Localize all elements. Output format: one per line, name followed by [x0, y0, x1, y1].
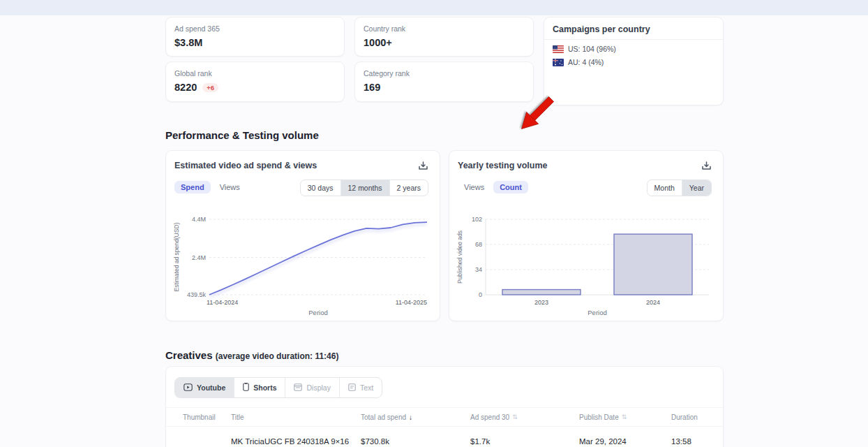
- svg-text:Period: Period: [588, 309, 606, 316]
- display-icon: [294, 383, 302, 393]
- stat-value: 8220 +6: [166, 78, 344, 93]
- svg-text:4.4M: 4.4M: [192, 216, 206, 223]
- svg-text:Estimated ad spend(USD): Estimated ad spend(USD): [173, 222, 180, 291]
- sort-icon: ⇅: [512, 413, 517, 420]
- ad-spend-line-chart: 4.4M2.4M439.5k11-04-202411-04-2025Period…: [170, 211, 437, 323]
- creative-spend-30: $1.7k: [470, 437, 579, 446]
- col-label: Total ad spend: [361, 413, 406, 421]
- series-toggle-row: Spend Views 30 days 12 months 2 years: [166, 171, 440, 193]
- period-year[interactable]: Year: [682, 180, 711, 196]
- creative-publish-date: Mar 29, 2024: [579, 437, 671, 446]
- chart-title: Estimated video ad spend & views: [174, 161, 317, 170]
- stat-value: 169: [355, 78, 533, 93]
- range-30-days[interactable]: 30 days: [301, 180, 341, 196]
- spend-toggle[interactable]: Spend: [174, 181, 211, 193]
- stat-value-number: 8220: [174, 82, 197, 93]
- sort-desc-icon: ↓: [409, 413, 412, 421]
- us-flag-icon: [553, 45, 564, 53]
- col-thumbnail: Thumbnail: [183, 413, 231, 421]
- campaign-row-us: US: 104 (96%): [544, 40, 723, 53]
- count-toggle[interactable]: Count: [493, 181, 528, 193]
- col-duration: Duration: [671, 413, 723, 421]
- tab-label: Youtube: [197, 383, 225, 392]
- col-publish-date[interactable]: Publish Date ⇅: [579, 413, 671, 421]
- stat-label: Category rank: [355, 62, 533, 78]
- period-segmented-control: Month Year: [647, 179, 712, 196]
- views-toggle[interactable]: Views: [458, 181, 491, 193]
- testing-volume-bar-chart: 0346810220232024PeriodPublished video ad…: [454, 211, 720, 323]
- phone-icon: [243, 383, 249, 393]
- creatives-section-heading: Creatives (average video duration: 11:46…: [165, 349, 338, 361]
- chart-card-header: Yearly testing volume: [449, 151, 723, 171]
- youtube-icon: [184, 383, 193, 393]
- tab-label: Text: [360, 383, 373, 392]
- tab-shorts[interactable]: Shorts: [234, 378, 285, 397]
- tab-label: Display: [306, 383, 330, 392]
- creatives-heading-text: Creatives: [165, 349, 213, 361]
- stat-card-category-rank: Category rank 169: [354, 61, 534, 102]
- creatives-subheading: (average video duration: 11:46): [216, 351, 339, 361]
- tab-display[interactable]: Display: [285, 378, 338, 397]
- stat-card-ad-spend-365: Ad spend 365 $3.8M: [165, 17, 345, 57]
- col-total-ad-spend[interactable]: Total ad spend ↓: [361, 413, 470, 421]
- download-icon[interactable]: [701, 160, 713, 171]
- au-flag-icon: [553, 59, 564, 66]
- campaigns-per-country-card: Campaigns per country US: 104 (96%) AU: …: [544, 17, 724, 105]
- creative-duration: 13:58: [671, 437, 723, 446]
- chart-title: Yearly testing volume: [458, 161, 548, 170]
- sort-icon: ⇅: [622, 413, 627, 420]
- tab-text[interactable]: Text: [339, 378, 382, 397]
- svg-text:102: 102: [472, 216, 482, 223]
- series-toggle-row: Views Count Month Year: [449, 171, 723, 193]
- range-segmented-control: 30 days 12 months 2 years: [300, 179, 428, 196]
- campaign-row-label: US: 104 (96%): [568, 45, 616, 53]
- campaign-row-au: AU: 4 (4%): [544, 53, 723, 66]
- creative-title: MK TriciaUGC FB 240318A 9×16: [231, 437, 361, 446]
- text-icon: [348, 383, 356, 393]
- svg-text:2024: 2024: [646, 299, 660, 306]
- campaign-row-label: AU: 4 (4%): [568, 58, 604, 66]
- rank-change-badge: +6: [202, 83, 218, 92]
- testing-volume-chart-card: Yearly testing volume Views Count Month …: [449, 150, 724, 321]
- svg-text:Published video ads: Published video ads: [456, 230, 463, 284]
- svg-text:2023: 2023: [534, 299, 548, 306]
- campaigns-card-title: Campaigns per country: [544, 17, 723, 40]
- chart-card-header: Estimated video ad spend & views: [166, 151, 440, 171]
- creatives-table: Thumbnail Title Total ad spend ↓ Ad spen…: [166, 407, 723, 447]
- svg-text:2.4M: 2.4M: [192, 254, 206, 261]
- col-title: Title: [231, 413, 361, 421]
- spend-views-chart-card: Estimated video ad spend & views Spend V…: [165, 150, 440, 321]
- creative-total-spend: $730.8k: [361, 437, 470, 446]
- stat-value: 1000+: [355, 33, 533, 48]
- stat-card-global-rank: Global rank 8220 +6: [165, 61, 345, 102]
- creatives-card: Youtube Shorts Display Text Thumbnail Ti…: [165, 366, 724, 447]
- stat-label: Global rank: [166, 62, 344, 78]
- svg-text:439.5k: 439.5k: [187, 291, 207, 298]
- range-2-years[interactable]: 2 years: [389, 180, 428, 196]
- col-label: Ad spend 30: [470, 413, 509, 421]
- stat-value: $3.8M: [166, 33, 344, 48]
- col-label: Publish Date: [579, 413, 619, 421]
- stat-label: Country rank: [355, 17, 533, 33]
- stat-card-country-rank: Country rank 1000+: [354, 17, 534, 57]
- col-ad-spend-30[interactable]: Ad spend 30 ⇅: [470, 413, 579, 421]
- svg-text:0: 0: [479, 291, 482, 298]
- download-icon[interactable]: [417, 160, 430, 171]
- tab-label: Shorts: [253, 383, 276, 392]
- svg-text:11-04-2025: 11-04-2025: [396, 299, 427, 306]
- performance-section-heading: Performance & Testing volume: [165, 129, 319, 141]
- svg-text:68: 68: [475, 241, 482, 248]
- table-row[interactable]: MK TriciaUGC FB 240318A 9×16 $730.8k $1.…: [166, 427, 723, 447]
- creatives-tabs: Youtube Shorts Display Text: [174, 377, 382, 398]
- svg-text:34: 34: [475, 266, 482, 273]
- top-band: [0, 0, 868, 15]
- period-month[interactable]: Month: [648, 180, 682, 196]
- svg-text:Period: Period: [308, 309, 327, 316]
- stat-label: Ad spend 365: [166, 17, 344, 33]
- views-toggle[interactable]: Views: [214, 181, 246, 193]
- range-12-months[interactable]: 12 months: [341, 180, 389, 196]
- table-header-row: Thumbnail Title Total ad spend ↓ Ad spen…: [166, 407, 723, 427]
- tab-youtube[interactable]: Youtube: [175, 378, 234, 397]
- svg-text:11-04-2024: 11-04-2024: [207, 299, 238, 306]
